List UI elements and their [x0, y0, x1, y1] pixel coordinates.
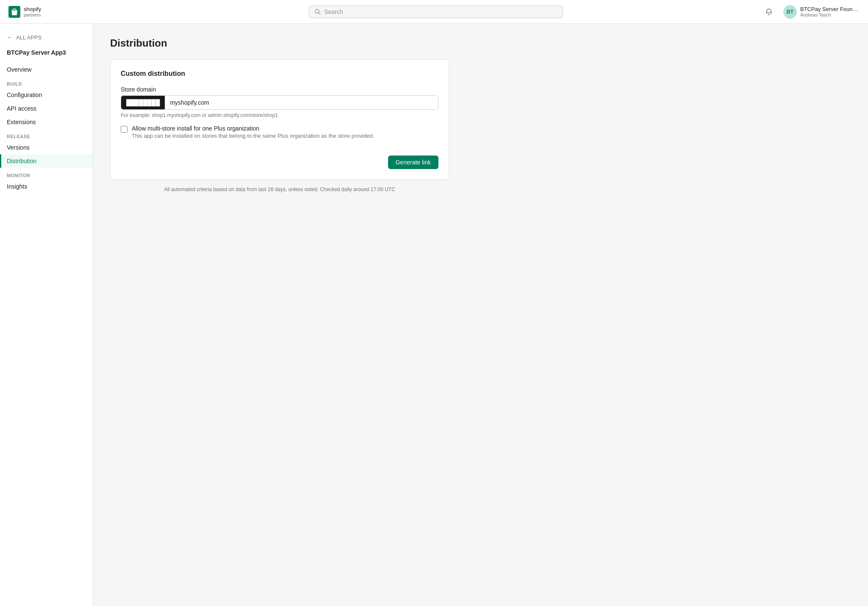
sidebar-item-label: API access — [7, 105, 36, 112]
sidebar-item-label: Overview — [7, 66, 31, 73]
sidebar-item-label: Configuration — [7, 92, 42, 98]
nav-section-release: Release — [0, 129, 93, 141]
shopify-partners-logo: shopify partners — [8, 6, 41, 18]
nav-right: BT BTCPay Server Found… Andreas Tasch — [761, 4, 860, 19]
search-input[interactable] — [324, 8, 557, 15]
sidebar: ← ALL APPS BTCPay Server App3 Overview B… — [0, 24, 93, 606]
user-info: BTCPay Server Found… Andreas Tasch — [800, 6, 860, 17]
back-label: ALL APPS — [16, 34, 42, 41]
search-icon — [314, 8, 321, 15]
sidebar-item-label: Insights — [7, 183, 27, 190]
layout: ← ALL APPS BTCPay Server App3 Overview B… — [0, 0, 868, 606]
user-sub: Andreas Tasch — [800, 12, 860, 17]
sidebar-item-configuration[interactable]: Configuration — [0, 88, 93, 102]
store-domain-label: Store domain — [121, 86, 438, 93]
card-title: Custom distribution — [121, 70, 438, 78]
checkbox-label[interactable]: Allow multi-store install for one Plus o… — [132, 125, 259, 132]
logo-area: shopify partners — [8, 6, 110, 18]
search-box — [309, 6, 563, 18]
user-avatar[interactable]: BT BTCPay Server Found… Andreas Tasch — [783, 5, 860, 19]
footer-note: All automated criteria based on data fro… — [110, 186, 449, 192]
store-domain-input-wrap: ████████ — [121, 95, 438, 110]
nav-section-monitor: Monitor — [0, 168, 93, 180]
page-title: Distribution — [110, 37, 851, 49]
logo-sub-text: partners — [24, 12, 41, 17]
shopify-bag-icon — [8, 6, 20, 18]
back-to-all-apps[interactable]: ← ALL APPS — [0, 31, 93, 44]
sidebar-item-insights[interactable]: Insights — [0, 180, 93, 193]
avatar-initials: BT — [783, 5, 797, 19]
back-arrow-icon: ← — [7, 34, 13, 41]
nav-section-build: Build — [0, 76, 93, 88]
multi-store-checkbox-group: Allow multi-store install for one Plus o… — [121, 125, 438, 140]
sidebar-item-label: Extensions — [7, 119, 36, 125]
logo-main-text: shopify — [24, 6, 41, 13]
sidebar-item-label: Versions — [7, 144, 30, 151]
generate-link-button[interactable]: Generate link — [388, 156, 438, 169]
store-domain-hint: For example: shop1.myshopify.com or admi… — [121, 112, 438, 118]
sidebar-item-overview[interactable]: Overview — [0, 63, 93, 76]
top-nav: shopify partners BT BTCPay Server Found… — [0, 0, 868, 24]
sidebar-item-extensions[interactable]: Extensions — [0, 115, 93, 129]
main-content: Distribution Custom distribution Store d… — [93, 24, 868, 606]
card-footer: Generate link — [121, 149, 438, 169]
custom-distribution-card: Custom distribution Store domain ███████… — [110, 59, 449, 180]
bell-icon — [765, 8, 773, 16]
logo-text-block: shopify partners — [24, 6, 41, 18]
sidebar-item-versions[interactable]: Versions — [0, 141, 93, 154]
app-title: BTCPay Server App3 — [0, 47, 93, 63]
notification-button[interactable] — [761, 4, 776, 19]
store-domain-suffix-input[interactable] — [165, 96, 438, 109]
checkbox-desc: This app can be installed on stores that… — [132, 132, 438, 140]
store-domain-group: Store domain ████████ For example: shop1… — [121, 86, 438, 118]
sidebar-item-label: Distribution — [7, 158, 36, 164]
store-domain-prefix: ████████ — [121, 96, 165, 109]
sidebar-item-distribution[interactable]: Distribution — [0, 154, 93, 168]
sidebar-item-api-access[interactable]: API access — [0, 102, 93, 115]
search-area — [110, 6, 761, 18]
multi-store-checkbox[interactable] — [121, 126, 128, 133]
checkbox-content: Allow multi-store install for one Plus o… — [132, 125, 438, 140]
user-name: BTCPay Server Found… — [800, 6, 860, 12]
